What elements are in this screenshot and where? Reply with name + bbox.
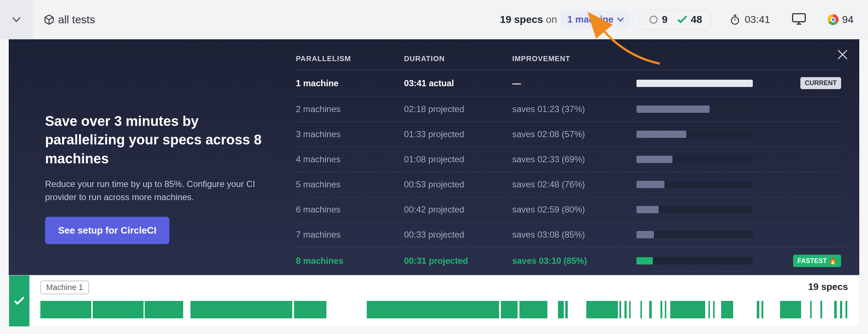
cell-improvement: saves 02:08 (57%): [512, 122, 636, 147]
cell-improvement: —: [512, 70, 636, 97]
cell-machines: 8 machines: [296, 247, 404, 275]
spec-bar[interactable]: [649, 301, 652, 318]
cell-bar: [636, 122, 781, 147]
spec-bar[interactable]: [501, 301, 518, 318]
cell-improvement: saves 02:48 (76%): [512, 172, 636, 197]
cell-bar: [636, 97, 781, 122]
table-row[interactable]: 7 machines00:33 projectedsaves 03:08 (85…: [296, 222, 845, 247]
specs-summary: 19 specs on: [500, 14, 557, 25]
spec-bar[interactable]: [708, 301, 710, 318]
stopwatch-icon: [730, 14, 740, 25]
cell-bar: [636, 70, 781, 97]
spec-bar[interactable]: [624, 301, 627, 318]
browser-info: 94: [828, 14, 853, 25]
machine-chip: Machine 1: [40, 281, 89, 294]
cell-duration: 00:31 projected: [404, 247, 513, 275]
cell-tag: [781, 172, 845, 197]
cell-bar: [636, 222, 781, 247]
cell-improvement: saves 02:33 (69%): [512, 147, 636, 172]
page-title: all tests: [58, 13, 95, 26]
see-setup-button[interactable]: See setup for CircleCI: [45, 217, 169, 244]
check-icon: [677, 16, 687, 24]
check-icon: [14, 297, 25, 305]
spec-bar[interactable]: [40, 301, 91, 318]
spec-bar[interactable]: [565, 301, 568, 318]
cell-tag: [781, 222, 845, 247]
spec-bar[interactable]: [640, 301, 642, 318]
cell-tag: [781, 97, 845, 122]
spec-bar[interactable]: [670, 301, 705, 318]
run-duration: 03:41: [730, 14, 770, 25]
cell-tag: [781, 147, 845, 172]
spec-bar[interactable]: [820, 301, 822, 318]
cell-machines: 6 machines: [296, 197, 404, 222]
cell-improvement: saves 01:23 (37%): [512, 97, 636, 122]
spec-bar[interactable]: [558, 301, 564, 318]
cell-duration: 00:42 projected: [404, 197, 513, 222]
spec-bar[interactable]: [190, 301, 292, 318]
cell-duration: 03:41 actual: [404, 70, 513, 97]
table-row[interactable]: 3 machines01:33 projectedsaves 02:08 (57…: [296, 122, 845, 147]
spec-bar[interactable]: [761, 301, 763, 318]
spec-bar[interactable]: [721, 301, 733, 318]
chevron-down-icon: [617, 17, 624, 22]
close-icon: [836, 48, 849, 61]
cell-duration: 00:53 projected: [404, 172, 513, 197]
cell-duration: 00:33 projected: [404, 222, 513, 247]
cell-tag: [781, 122, 845, 147]
spec-bar[interactable]: [367, 301, 499, 318]
spec-bar[interactable]: [845, 301, 847, 318]
panel-headline: Save over 3 minutes by parallelizing you…: [45, 112, 274, 168]
monitor-icon: [792, 13, 806, 25]
parallelism-table: PARALLELISM DURATION IMPROVEMENT 1 machi…: [296, 48, 845, 274]
viewport-info[interactable]: [792, 13, 806, 26]
cell-tag: [781, 197, 845, 222]
spec-bar[interactable]: [93, 301, 144, 318]
table-row[interactable]: 2 machines02:18 projectedsaves 01:23 (37…: [296, 97, 845, 122]
spec-bar[interactable]: [834, 301, 837, 318]
spec-bar[interactable]: [810, 301, 812, 318]
passed-count: 48: [677, 14, 702, 25]
spec-bar[interactable]: [665, 301, 666, 318]
cell-duration: 02:18 projected: [404, 97, 513, 122]
cell-machines: 5 machines: [296, 172, 404, 197]
spec-bar[interactable]: [713, 301, 715, 318]
cell-tag: FASTEST 🔥: [781, 247, 845, 275]
cell-bar: [636, 197, 781, 222]
cell-bar: [636, 147, 781, 172]
annotation-arrow: [596, 22, 669, 67]
svg-rect-2: [792, 13, 805, 21]
spec-bar[interactable]: [586, 301, 618, 318]
expand-toggle[interactable]: [0, 0, 33, 39]
spec-bar[interactable]: [619, 301, 621, 318]
machine-status-stripe: [9, 275, 29, 326]
table-row[interactable]: 4 machines01:08 projectedsaves 02:33 (69…: [296, 147, 845, 172]
table-row[interactable]: 6 machines00:42 projectedsaves 02:59 (80…: [296, 197, 845, 222]
close-button[interactable]: [836, 48, 849, 63]
spec-bar[interactable]: [780, 301, 801, 318]
spec-bar[interactable]: [660, 301, 662, 318]
table-row[interactable]: 5 machines00:53 projectedsaves 02:48 (76…: [296, 172, 845, 197]
table-row[interactable]: 1 machine03:41 actual—CURRENT: [296, 70, 845, 97]
chevron-down-icon: [12, 17, 20, 22]
machine-row[interactable]: Machine 1 19 specs: [9, 275, 859, 327]
panel-subtext: Reduce your run time by up to 85%. Confi…: [45, 178, 263, 204]
spec-bar[interactable]: [294, 301, 326, 318]
cell-duration: 01:08 projected: [404, 147, 513, 172]
spec-bar[interactable]: [145, 301, 184, 318]
spec-bar[interactable]: [519, 301, 548, 318]
machine-spec-count: 19 specs: [808, 281, 848, 293]
cell-bar: [636, 172, 781, 197]
cell-duration: 01:33 projected: [404, 122, 513, 147]
cell-tag: CURRENT: [781, 70, 845, 97]
spec-bar[interactable]: [629, 301, 631, 318]
table-row[interactable]: 8 machines00:31 projectedsaves 03:10 (85…: [296, 247, 845, 275]
spec-bar[interactable]: [757, 301, 759, 318]
spec-bar[interactable]: [840, 301, 843, 318]
cell-machines: 7 machines: [296, 222, 404, 247]
cell-bar: [636, 247, 781, 275]
col-duration: DURATION: [404, 48, 513, 70]
box-icon: [44, 14, 55, 25]
parallelism-panel: Save over 3 minutes by parallelizing you…: [9, 39, 859, 275]
cell-improvement: saves 03:10 (85%): [512, 247, 636, 275]
